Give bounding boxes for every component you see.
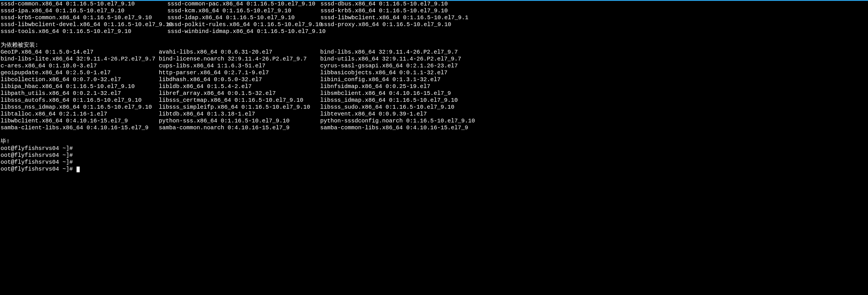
package-item: sssd-winbind-idmap.x86_64 0:1.16.5-10.el…	[167, 28, 320, 35]
package-updated-block: sssd-common.x86_64 0:1.16.5-10.el7_9.10 …	[1, 1, 868, 35]
package-item: python-sssdconfig.noarch 0:1.16.5-10.el7…	[320, 118, 475, 124]
package-item: libini_config.x86_64 0:1.3.1-32.el7	[320, 76, 475, 83]
package-item: libtevent.x86_64 0:0.9.39-1.el7	[320, 111, 475, 118]
package-item: libsmbclient.x86_64 0:4.10.16-15.el7_9	[320, 90, 475, 97]
package-item: libsss_nss_idmap.x86_64 0:1.16.5-10.el7_…	[1, 104, 159, 111]
shell-prompt[interactable]: oot@flyfishsrvs04 ~]#	[1, 145, 868, 152]
package-item: bind-libs.x86_64 32:9.11.4-26.P2.el7_9.7	[320, 49, 475, 56]
package-item: libnfsidmap.x86_64 0:0.25-19.el7	[320, 83, 475, 90]
package-item: sssd-dbus.x86_64 0:1.16.5-10.el7_9.10	[320, 1, 468, 7]
package-item: libsss_certmap.x86_64 0:1.16.5-10.el7_9.…	[159, 97, 320, 104]
shell-prompt[interactable]: oot@flyfishsrvs04 ~]#	[1, 159, 868, 166]
package-item: GeoIP.x86_64 0:1.5.0-14.el7	[1, 49, 159, 56]
package-item: bind-libs-lite.x86_64 32:9.11.4-26.P2.el…	[1, 56, 159, 62]
package-item: sssd-common-pac.x86_64 0:1.16.5-10.el7_9…	[167, 1, 320, 7]
package-item: sssd-proxy.x86_64 0:1.16.5-10.el7_9.10	[320, 21, 468, 28]
package-item: libtdb.x86_64 0:1.3.18-1.el7	[159, 111, 320, 118]
package-item: cups-libs.x86_64 1:1.6.3-51.el7	[159, 62, 320, 69]
package-item: sssd-krb5.x86_64 0:1.16.5-10.el7_9.10	[320, 7, 468, 14]
complete-message: 毕!	[1, 138, 868, 145]
package-item: sssd-ldap.x86_64 0:1.16.5-10.el7_9.10	[167, 14, 320, 21]
package-item: avahi-libs.x86_64 0:0.6.31-20.el7	[159, 49, 320, 56]
package-item: sssd-libwbclient-devel.x86_64 0:1.16.5-1…	[1, 21, 167, 28]
package-item: libsss_idmap.x86_64 0:1.16.5-10.el7_9.10	[320, 97, 475, 104]
tab-active-border	[0, 0, 868, 1]
package-item: libldb.x86_64 0:1.5.4-2.el7	[159, 83, 320, 90]
package-item: libsss_autofs.x86_64 0:1.16.5-10.el7_9.1…	[1, 97, 159, 104]
package-item: c-ares.x86_64 0:1.10.0-3.el7	[1, 62, 159, 69]
package-item: python-sss.x86_64 0:1.16.5-10.el7_9.10	[159, 118, 320, 124]
shell-prompt[interactable]: oot@flyfishsrvs04 ~]#	[1, 152, 868, 159]
package-item: libipa_hbac.x86_64 0:1.16.5-10.el7_9.10	[1, 83, 159, 90]
package-item: samba-common-libs.x86_64 0:4.10.16-15.el…	[320, 124, 475, 131]
package-item: geoipupdate.x86_64 0:2.5.0-1.el7	[1, 69, 159, 76]
package-item: bind-license.noarch 32:9.11.4-26.P2.el7_…	[159, 56, 320, 62]
package-item: bind-utils.x86_64 32:9.11.4-26.P2.el7_9.…	[320, 56, 475, 62]
cursor-icon	[76, 167, 80, 172]
package-item: sssd-kcm.x86_64 0:1.16.5-10.el7_9.10	[167, 7, 320, 14]
package-item: sssd-ipa.x86_64 0:1.16.5-10.el7_9.10	[1, 7, 167, 14]
package-item: libref_array.x86_64 0:0.1.5-32.el7	[159, 90, 320, 97]
package-item: samba-common.noarch 0:4.10.16-15.el7_9	[159, 124, 320, 131]
deps-header: 为依赖被安装:	[1, 42, 868, 49]
package-item: samba-client-libs.x86_64 0:4.10.16-15.el…	[1, 124, 159, 131]
package-item: libcollection.x86_64 0:0.7.0-32.el7	[1, 76, 159, 83]
package-item: sssd-tools.x86_64 0:1.16.5-10.el7_9.10	[1, 28, 167, 35]
package-item: libtalloc.x86_64 0:2.1.16-1.el7	[1, 111, 159, 118]
terminal-output[interactable]: sssd-common.x86_64 0:1.16.5-10.el7_9.10 …	[1, 1, 868, 173]
package-item: sssd-common.x86_64 0:1.16.5-10.el7_9.10	[1, 1, 167, 7]
package-deps-block: GeoIP.x86_64 0:1.5.0-14.el7 bind-libs-li…	[1, 49, 868, 131]
package-item: sssd-polkit-rules.x86_64 0:1.16.5-10.el7…	[167, 21, 320, 28]
package-item: libpath_utils.x86_64 0:0.2.1-32.el7	[1, 90, 159, 97]
package-item: libbasicobjects.x86_64 0:0.1.1-32.el7	[320, 69, 475, 76]
package-item: sssd-libwbclient.x86_64 0:1.16.5-10.el7_…	[320, 14, 468, 21]
package-item: libsss_sudo.x86_64 0:1.16.5-10.el7_9.10	[320, 104, 475, 111]
package-item: http-parser.x86_64 0:2.7.1-9.el7	[159, 69, 320, 76]
shell-prompt-text: oot@flyfishsrvs04 ~]#	[1, 166, 76, 172]
shell-prompt[interactable]: oot@flyfishsrvs04 ~]#	[1, 166, 868, 173]
package-item: libsss_simpleifp.x86_64 0:1.16.5-10.el7_…	[159, 104, 320, 111]
package-item: libwbclient.x86_64 0:4.10.16-15.el7_9	[1, 118, 159, 124]
package-item: cyrus-sasl-gssapi.x86_64 0:2.1.26-23.el7	[320, 62, 475, 69]
package-item: libdhash.x86_64 0:0.5.0-32.el7	[159, 76, 320, 83]
package-item	[320, 28, 468, 35]
package-item: sssd-krb5-common.x86_64 0:1.16.5-10.el7_…	[1, 14, 167, 21]
